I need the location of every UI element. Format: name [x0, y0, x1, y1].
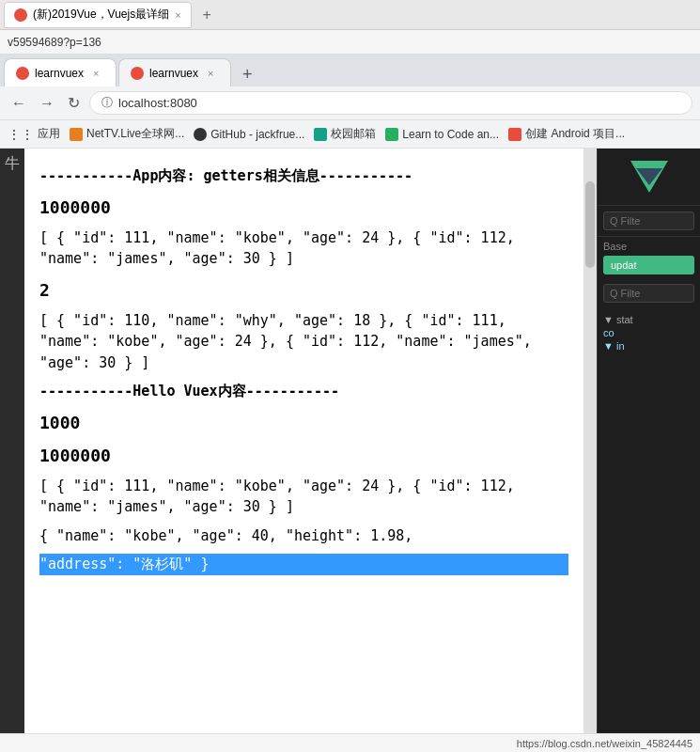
- bookmark-0[interactable]: NetTV.Live全球网...: [70, 126, 184, 142]
- bookmark-favicon-2: [314, 128, 327, 141]
- apps-label: 应用: [38, 126, 60, 142]
- os-taskbar: (新)2019Vue，Vuejs最详细 × +: [0, 0, 700, 30]
- browser-content-area: 牛 -----------App内容: getters相关信息---------…: [0, 149, 700, 733]
- browser-tab-0[interactable]: learnvuex ×: [4, 58, 117, 86]
- vue-base-label: Base: [603, 241, 694, 252]
- taskbar-tab-icon: [14, 8, 27, 22]
- scroll-thumb[interactable]: [585, 181, 595, 268]
- vue-base-section: Base updat: [598, 237, 700, 278]
- taskbar-tab-add[interactable]: +: [195, 5, 219, 25]
- bookmark-label-3: Learn to Code an...: [402, 128, 499, 141]
- scroll-track[interactable]: [585, 152, 595, 729]
- content-line-8: [ { "id": 111, "name": "kobe", "age": 24…: [39, 476, 568, 518]
- vue-logo-icon: [630, 158, 668, 196]
- vue-filter-1: [598, 206, 700, 237]
- browser-tab-close-0[interactable]: ×: [93, 68, 99, 79]
- vue-devtools-panel: Base updat ▼ stat co ▼ in: [597, 149, 700, 733]
- content-line-7: 1000000: [39, 443, 568, 468]
- reload-button[interactable]: ↻: [64, 92, 84, 114]
- content-line-0: -----------App内容: getters相关信息-----------: [39, 165, 568, 187]
- vue-state-label: ▼ stat: [603, 314, 694, 325]
- vue-state-tree: ▼ stat co ▼ in: [598, 308, 700, 357]
- taskbar-tab-label: (新)2019Vue，Vuejs最详细: [33, 7, 169, 23]
- status-url: https://blog.csdn.net/weixin_45824445: [517, 738, 692, 749]
- vue-filter-input-1[interactable]: [603, 212, 694, 230]
- bookmarks-apps[interactable]: ⋮⋮ 应用: [8, 126, 60, 142]
- left-icon-cow: 牛: [3, 152, 22, 176]
- browser-tabs-row: learnvuex × learnvuex × +: [0, 55, 700, 86]
- browser-tab-label-0: learnvuex: [35, 67, 84, 80]
- browser-tab-favicon-0: [16, 67, 29, 80]
- browser-tab-1[interactable]: learnvuex ×: [118, 58, 231, 86]
- state-key-co: co: [603, 327, 614, 338]
- vue-filter-2: [598, 278, 700, 308]
- webpage-content[interactable]: -----------App内容: getters相关信息-----------…: [24, 149, 583, 733]
- url-bar[interactable]: ⓘ localhost:8080: [89, 91, 692, 115]
- browser-tab-label-1: learnvuex: [149, 67, 198, 80]
- bookmark-4[interactable]: 创建 Android 项目...: [508, 126, 625, 142]
- browser-tab-favicon-1: [131, 67, 144, 80]
- bookmark-favicon-3: [385, 128, 398, 141]
- os-url: v59594689?p=136: [8, 36, 101, 49]
- state-key-in: ▼ in: [603, 340, 625, 352]
- content-line-10: "address": "洛杉矶" }: [39, 554, 568, 575]
- bookmark-favicon-0: [70, 128, 83, 141]
- browser-window: learnvuex × learnvuex × + ← → ↻ ⓘ localh…: [0, 55, 700, 752]
- bookmarks-bar: ⋮⋮ 应用 NetTV.Live全球网... GitHub - jackfrue…: [0, 120, 700, 149]
- content-line-6: 1000: [39, 410, 568, 435]
- content-line-2: [ { "id": 111, "name": "kobe", "age": 24…: [39, 227, 568, 270]
- os-address-bar: v59594689?p=136: [0, 30, 700, 55]
- content-line-1: 1000000: [39, 195, 568, 220]
- content-line-4: [ { "id": 110, "name": "why", "age": 18 …: [39, 310, 568, 374]
- bookmark-3[interactable]: Learn to Code an...: [385, 128, 499, 141]
- vue-filter-input-2[interactable]: [603, 284, 694, 303]
- content-line-9: { "name": "kobe", "age": 40, "height": 1…: [39, 525, 568, 547]
- vue-logo-area: [598, 149, 700, 206]
- scrollbar[interactable]: [583, 149, 597, 733]
- taskbar-tab[interactable]: (新)2019Vue，Vuejs最详细 ×: [4, 2, 192, 28]
- url-text: localhost:8080: [118, 96, 197, 110]
- bookmark-favicon-1: [194, 128, 207, 141]
- content-line-5: -----------Hello Vuex内容-----------: [39, 381, 568, 402]
- status-bar: https://blog.csdn.net/weixin_45824445: [0, 733, 700, 752]
- bookmark-label-0: NetTV.Live全球网...: [86, 126, 184, 142]
- vue-state-in: ▼ in: [603, 340, 694, 352]
- bookmark-favicon-4: [508, 128, 521, 141]
- os-taskbar-left: (新)2019Vue，Vuejs最详细 × +: [4, 2, 696, 28]
- browser-tab-close-1[interactable]: ×: [208, 68, 213, 79]
- bookmark-1[interactable]: GitHub - jackfrue...: [194, 128, 304, 141]
- bookmark-2[interactable]: 校园邮箱: [314, 126, 376, 142]
- taskbar-tab-close[interactable]: ×: [175, 9, 180, 21]
- back-button[interactable]: ←: [8, 93, 30, 114]
- bookmark-label-4: 创建 Android 项目...: [525, 126, 625, 142]
- bookmark-label-2: 校园邮箱: [331, 126, 376, 142]
- content-line-3: 2: [39, 277, 568, 303]
- vue-state-co: co: [603, 327, 694, 338]
- browser-nav-bar: ← → ↻ ⓘ localhost:8080: [0, 86, 700, 120]
- state-expand-icon: ▼ stat: [603, 314, 633, 325]
- url-lock-icon: ⓘ: [101, 95, 113, 111]
- left-sidebar: 牛: [0, 149, 24, 733]
- apps-grid-icon: ⋮⋮: [8, 127, 34, 142]
- vue-update-button[interactable]: updat: [603, 256, 694, 274]
- new-tab-button[interactable]: +: [233, 62, 262, 86]
- outer-frame: (新)2019Vue，Vuejs最详细 × + v59594689?p=136 …: [0, 0, 700, 752]
- bookmark-label-1: GitHub - jackfrue...: [210, 128, 304, 141]
- forward-button[interactable]: →: [36, 93, 58, 114]
